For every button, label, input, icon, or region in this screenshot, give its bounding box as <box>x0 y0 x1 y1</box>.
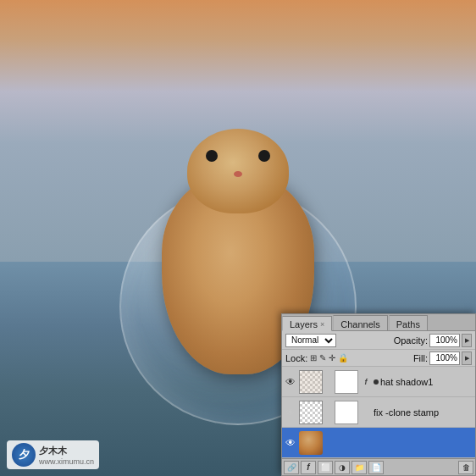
lock-paint-icon[interactable]: ✎ <box>319 353 326 363</box>
layer-thumbnail-hamster <box>299 431 323 455</box>
fill-group: Fill: ▶ <box>413 351 472 365</box>
layer-thumbnail <box>299 370 323 394</box>
layer-name: fix -clone stamp <box>374 407 473 418</box>
tab-close-icon[interactable]: × <box>320 320 324 329</box>
tab-channels[interactable]: Channels <box>333 315 387 330</box>
opacity-group: Opacity: ▶ <box>394 334 472 347</box>
tab-paths[interactable]: Paths <box>389 315 428 330</box>
layer-name: hat shadow1 <box>380 377 473 387</box>
panel-bottom-toolbar: 🔗 f ⬜ ◑ 📁 📄 🗑 <box>282 458 475 475</box>
lock-move-icon[interactable]: ✛ <box>329 353 335 363</box>
hamster-eye-right <box>258 150 270 162</box>
watermark-logo: 夕 <box>12 443 36 467</box>
layer-visibility-toggle[interactable]: 👁 <box>284 375 297 389</box>
opacity-arrow[interactable]: ▶ <box>462 334 472 347</box>
layers-panel: Layers × Channels Paths Normal Opacity: … <box>281 313 476 476</box>
blend-opacity-row: Normal Opacity: ▶ <box>282 331 475 350</box>
delete-layer-button[interactable]: 🗑 <box>458 461 473 474</box>
opacity-input[interactable] <box>429 334 460 347</box>
adjustment-layer-button[interactable]: ◑ <box>335 461 350 474</box>
layer-fx-icon: f <box>360 376 372 388</box>
panel-tabs: Layers × Channels Paths <box>282 314 475 331</box>
lock-checkerboard-icon[interactable]: ⊞ <box>310 353 317 363</box>
layer-visibility-toggle[interactable]: 👁 <box>284 406 297 419</box>
lock-all-icon[interactable]: 🔒 <box>338 353 348 363</box>
add-mask-button[interactable]: ⬜ <box>318 461 333 474</box>
tab-layers[interactable]: Layers × <box>282 316 332 331</box>
hamster-nose <box>234 171 242 177</box>
lock-fill-row: Lock: ⊞ ✎ ✛ 🔒 Fill: ▶ <box>282 350 475 367</box>
layer-row-hat-shadow[interactable]: 👁 f hat shadow1 <box>282 367 475 397</box>
layer-icon-space <box>335 437 346 449</box>
watermark-left: 夕 夕木木 www.ximumu.cn <box>7 440 99 469</box>
new-layer-button[interactable]: 📄 <box>368 461 384 474</box>
layer-row-hamster[interactable]: 👁 <box>282 428 475 458</box>
layer-thumbnail <box>299 401 323 424</box>
watermark-text: 夕木木 www.ximumu.cn <box>39 445 94 466</box>
layer-row-fix-clone[interactable]: 👁 fix -clone stamp <box>282 397 475 428</box>
hamster-eye-left <box>206 150 218 162</box>
layer-icon-space <box>360 407 372 418</box>
layer-mask-thumbnail <box>335 370 358 394</box>
link-layers-button[interactable]: 🔗 <box>284 461 299 474</box>
layer-style-button[interactable]: f <box>301 461 316 474</box>
layer-visibility-toggle[interactable]: 👁 <box>284 436 297 450</box>
new-group-button[interactable]: 📁 <box>351 461 367 474</box>
blend-mode-select[interactable]: Normal <box>285 334 336 347</box>
layer-effect-dot <box>374 379 379 385</box>
layer-mask-thumbnail <box>335 401 358 424</box>
fill-arrow[interactable]: ▶ <box>462 351 472 365</box>
fill-input[interactable] <box>429 351 460 365</box>
